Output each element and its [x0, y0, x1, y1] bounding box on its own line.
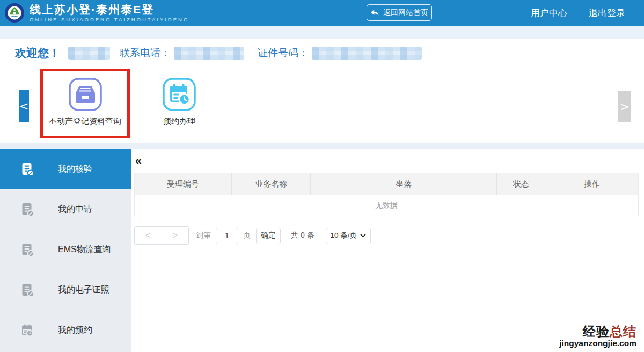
quick-actions-prev-button[interactable]: < — [19, 90, 29, 122]
watermark-title: 经验总结 — [559, 325, 636, 338]
reply-arrow-icon — [370, 9, 379, 17]
section-divider-strip — [0, 143, 644, 149]
page-unit-label: 页 — [243, 231, 251, 240]
quick-action-property-records-query[interactable]: 不动产登记资料查询 — [40, 69, 130, 138]
pagination-bar: < > 到第 页 确定 共 0 条 10 条/页 — [134, 226, 639, 245]
sidebar-item-ems-logistics-query[interactable]: EMS物流查询 — [0, 230, 131, 270]
watermark-title-red: 总结 — [610, 324, 636, 339]
welcome-greeting: 欢迎您！ — [15, 46, 60, 61]
pagination-nav-group: < > — [134, 226, 189, 245]
pagination-prev-button[interactable]: < — [135, 227, 162, 244]
watermark: 经验总结 jingyanzongjie.com — [559, 325, 636, 348]
site-logo-icon — [4, 3, 25, 23]
quick-action-label: 不动产登记资料查询 — [49, 116, 121, 127]
welcome-bar: 欢迎您！ 联系电话： 证件号码： — [0, 39, 644, 67]
brand-block: 线上苏小登·泰州泰E登 ONLINE SUXIAODENG TAIZHOUTAI… — [30, 3, 189, 23]
site-subtitle: ONLINE SUXIAODENG TAIZHOUTAIYIDENG — [30, 17, 189, 23]
column-header-location: 坐落 — [311, 173, 497, 195]
sidebar-item-my-appointments[interactable]: 我的预约 — [0, 310, 131, 350]
masked-username — [68, 47, 110, 60]
quick-actions-row: < 不动产登记资料查询 预约办理 > — [0, 67, 644, 143]
sidebar-item-label: 我的申请 — [58, 204, 92, 215]
calendar-clock-icon — [20, 323, 35, 338]
column-header-acceptance-number: 受理编号 — [135, 173, 232, 195]
total-count-label: 共 0 条 — [291, 231, 314, 240]
table-empty-row: 无数据 — [135, 195, 638, 216]
table-header-row: 受理编号 业务名称 坐落 状态 操作 — [135, 173, 638, 195]
main-panel: « 受理编号 业务名称 坐落 状态 操作 无数据 < > 到第 页 确定 共 0… — [131, 149, 644, 352]
content-area: 我的核验 我的申请 EMS物流查询 — [0, 149, 644, 352]
user-center-link[interactable]: 用户中心 — [531, 7, 567, 19]
sidebar-collapse-icon[interactable]: « — [135, 155, 148, 167]
column-header-actions: 操作 — [545, 173, 638, 195]
quick-actions-next-button[interactable]: > — [618, 91, 631, 122]
back-to-homepage-button[interactable]: 返回网站首页 — [367, 4, 432, 21]
document-check-icon — [20, 283, 35, 298]
top-header: 线上苏小登·泰州泰E登 ONLINE SUXIAODENG TAIZHOUTAI… — [0, 0, 644, 26]
watermark-title-black: 经验 — [583, 324, 610, 339]
pagination-next-button[interactable]: > — [162, 227, 188, 244]
page-number-input[interactable] — [216, 228, 238, 244]
document-check-icon — [20, 243, 35, 258]
quick-action-label: 预约办理 — [163, 116, 195, 127]
results-table: 受理编号 业务名称 坐落 状态 操作 无数据 — [134, 173, 639, 216]
sidebar-item-label: 我的电子证照 — [58, 284, 109, 296]
id-number-label: 证件号码： — [258, 46, 309, 60]
page-size-value: 10 条/页 — [331, 231, 357, 240]
goto-page-label: 到第 — [196, 231, 211, 240]
sidebar-item-my-electronic-certificates[interactable]: 我的电子证照 — [0, 270, 131, 310]
phone-label: 联系电话： — [120, 46, 171, 60]
column-header-status: 状态 — [497, 173, 545, 195]
calendar-clock-icon — [162, 77, 196, 112]
archive-box-icon — [68, 77, 103, 112]
top-links: 用户中心 退出登录 — [531, 0, 625, 26]
sidebar: 我的核验 我的申请 EMS物流查询 — [0, 149, 131, 352]
page-size-select[interactable]: 10 条/页 — [326, 228, 371, 244]
quick-action-appointment[interactable]: 预约办理 — [145, 71, 214, 138]
sidebar-item-my-verification[interactable]: 我的核验 — [0, 149, 131, 189]
column-header-business-name: 业务名称 — [232, 173, 311, 195]
document-check-icon — [20, 202, 35, 217]
sidebar-item-my-applications[interactable]: 我的申请 — [0, 189, 131, 230]
watermark-site-url: jingyanzongjie.com — [559, 339, 636, 348]
masked-phone-number — [174, 47, 244, 60]
sidebar-item-label: EMS物流查询 — [58, 244, 111, 255]
document-check-icon — [20, 162, 35, 177]
confirm-page-button[interactable]: 确定 — [256, 228, 281, 244]
sidebar-item-label: 我的核验 — [58, 164, 92, 175]
header-shadow-strip — [0, 26, 644, 39]
logout-link[interactable]: 退出登录 — [589, 7, 625, 19]
site-title: 线上苏小登·泰州泰E登 — [30, 3, 189, 16]
masked-id-number — [312, 47, 422, 60]
back-to-homepage-label: 返回网站首页 — [383, 8, 428, 18]
chevron-down-icon — [360, 234, 366, 238]
sidebar-item-label: 我的预约 — [58, 325, 92, 336]
